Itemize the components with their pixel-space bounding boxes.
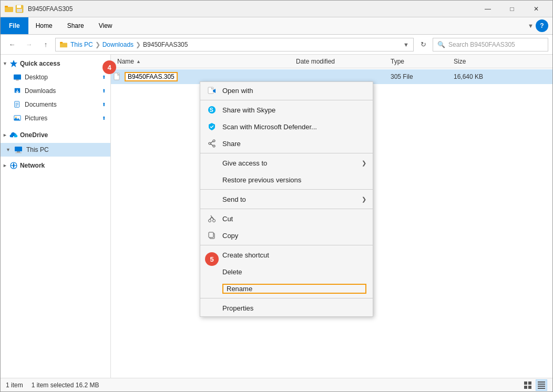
- defender-icon: [207, 121, 217, 132]
- onedrive-icon: [9, 131, 18, 139]
- cut-icon: [207, 213, 217, 224]
- tab-view[interactable]: View: [91, 17, 120, 34]
- network-icon: [9, 161, 18, 170]
- ctx-create-shortcut[interactable]: Create shortcut: [200, 246, 373, 263]
- svg-rect-4: [17, 5, 21, 8]
- title-bar-icons: [5, 5, 24, 13]
- sidebar-pictures-label: Pictures: [25, 115, 99, 122]
- ctx-scan-defender[interactable]: Scan with Microsoft Defender...: [200, 118, 373, 135]
- column-headers: Name ▲ Date modified Type Size: [111, 55, 552, 68]
- close-button[interactable]: ✕: [524, 1, 548, 17]
- svg-point-35: [213, 140, 215, 142]
- refresh-button[interactable]: ↻: [416, 37, 431, 52]
- onedrive-label: OneDrive: [20, 131, 48, 139]
- ctx-delete[interactable]: Delete: [200, 263, 373, 280]
- svg-rect-46: [209, 232, 213, 238]
- thispc-label: This PC: [26, 146, 106, 153]
- tab-home[interactable]: Home: [28, 17, 60, 34]
- up-button[interactable]: ↑: [38, 37, 53, 52]
- pictures-pin-icon: ⬆: [102, 116, 106, 121]
- window-controls: — □ ✕: [476, 1, 548, 17]
- ctx-cut-label: Cut: [222, 215, 366, 223]
- pictures-icon: [13, 114, 22, 122]
- ctx-share-skype[interactable]: S Share with Skype: [200, 101, 373, 118]
- file-cell-name: B9450FAAS.305: [113, 72, 292, 81]
- maximize-button[interactable]: □: [500, 1, 524, 17]
- file-cell-type: 305 File: [386, 73, 449, 80]
- svg-point-37: [209, 142, 211, 145]
- window-title: B9450FAAS305: [28, 5, 476, 13]
- sidebar-item-pictures[interactable]: Pictures ⬆: [1, 111, 110, 125]
- tab-file[interactable]: File: [1, 17, 28, 34]
- ctx-give-access[interactable]: Give access to ❯: [200, 154, 373, 171]
- item-count: 1 item: [6, 381, 23, 389]
- ctx-sep-6: [200, 298, 373, 298]
- ribbon-chevron-icon[interactable]: ▼: [528, 23, 534, 29]
- share-icon: [207, 138, 217, 149]
- ribbon-tabs: File Home Share View ▼ ?: [1, 17, 552, 34]
- help-button[interactable]: ?: [536, 19, 548, 32]
- search-box[interactable]: 🔍 Search B9450FAAS305: [433, 38, 548, 51]
- sidebar-item-downloads[interactable]: Downloads ⬆: [1, 84, 110, 98]
- sidebar-group-onedrive[interactable]: ► OneDrive: [1, 128, 110, 142]
- col-header-date[interactable]: Date modified: [292, 55, 386, 68]
- view-details-button[interactable]: [536, 379, 547, 391]
- view-large-icons-button[interactable]: [522, 379, 534, 391]
- minimize-button[interactable]: —: [476, 1, 500, 17]
- ctx-cut[interactable]: Cut: [200, 210, 373, 227]
- svg-rect-31: [538, 388, 545, 389]
- svg-rect-29: [538, 384, 545, 385]
- ctx-restore[interactable]: Restore previous versions: [200, 171, 373, 188]
- downloads-icon: [13, 87, 22, 95]
- col-header-name[interactable]: Name ▲: [113, 55, 292, 68]
- delete-icon: [207, 266, 217, 277]
- ctx-sep-3: [200, 189, 373, 190]
- tab-share[interactable]: Share: [60, 17, 91, 34]
- sidebar-desktop-label: Desktop: [25, 74, 99, 81]
- svg-rect-26: [524, 386, 527, 389]
- svg-rect-9: [14, 75, 21, 80]
- send-to-arrow-icon: ❯: [362, 196, 366, 203]
- context-menu: Open with S Share with Skype Scan with M…: [200, 81, 373, 317]
- svg-point-40: [209, 220, 211, 222]
- svg-rect-7: [60, 42, 63, 43]
- address-dropdown-icon[interactable]: ▼: [403, 42, 409, 48]
- ctx-open-with-label: Open with: [222, 87, 366, 95]
- ctx-restore-label: Restore previous versions: [222, 176, 366, 184]
- address-box[interactable]: This PC ❯ Downloads ❯ B9450FAAS305 ▼: [55, 38, 414, 51]
- col-size-label: Size: [454, 58, 466, 65]
- breadcrumb-thispc[interactable]: This PC: [70, 41, 93, 48]
- address-breadcrumb: This PC ❯ Downloads ❯ B9450FAAS305: [60, 41, 188, 48]
- open-with-icon: [207, 85, 217, 96]
- col-name-label: Name: [117, 58, 134, 65]
- ctx-rename[interactable]: Rename: [200, 280, 373, 297]
- network-expand-icon: ►: [3, 163, 7, 168]
- col-header-type[interactable]: Type: [386, 55, 449, 68]
- step-badge-4: 4: [103, 60, 116, 74]
- breadcrumb-downloads[interactable]: Downloads: [103, 41, 134, 48]
- breadcrumb-current: B9450FAAS305: [143, 41, 188, 48]
- sidebar-item-desktop[interactable]: Desktop ⬆: [1, 70, 110, 84]
- ctx-properties[interactable]: Properties: [200, 300, 373, 316]
- svg-rect-19: [17, 151, 20, 152]
- ctx-open-with[interactable]: Open with: [200, 82, 373, 99]
- sidebar-item-thispc[interactable]: ▼ This PC: [1, 143, 110, 157]
- col-header-size[interactable]: Size: [449, 55, 552, 68]
- svg-rect-5: [17, 9, 22, 12]
- sidebar-group-quick-access[interactable]: ▼ Quick access: [1, 57, 110, 70]
- copy-icon: [207, 230, 217, 241]
- ctx-copy[interactable]: Copy: [200, 227, 373, 244]
- sidebar-item-documents[interactable]: Documents ⬆: [1, 98, 110, 111]
- forward-button[interactable]: →: [22, 37, 36, 52]
- back-button[interactable]: ←: [5, 37, 19, 52]
- ctx-send-to[interactable]: Send to ❯: [200, 191, 373, 208]
- send-to-icon: [207, 194, 217, 204]
- thispc-expand-icon: ▼: [6, 147, 11, 152]
- status-bar-right: [522, 379, 547, 391]
- file-cell-size: 16,640 KB: [449, 73, 550, 80]
- ctx-send-to-label: Send to: [222, 195, 356, 203]
- expand-icon: ▼: [3, 61, 7, 66]
- sidebar-group-network[interactable]: ► Network: [1, 159, 110, 172]
- ctx-share[interactable]: Share: [200, 135, 373, 152]
- svg-rect-6: [60, 43, 67, 47]
